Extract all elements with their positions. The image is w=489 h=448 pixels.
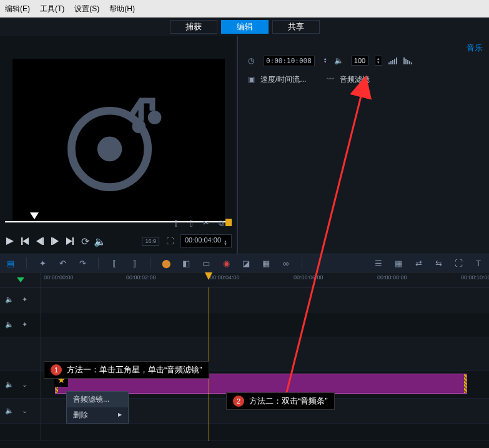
svg-point-1 [97, 137, 122, 162]
speaker-track-icon[interactable]: 🔈 [5, 321, 14, 329]
callout-text-1: 方法一：单击五角星，单击“音频滤镜” [67, 364, 202, 376]
ctx-audio-filter[interactable]: 音频滤镜... [67, 392, 128, 407]
ruler-tick: 00:00:08:00 [377, 274, 407, 281]
speaker-icon: 🔈 [333, 55, 345, 66]
share-icon[interactable]: ∞ [280, 257, 292, 269]
svg-marker-10 [52, 237, 59, 245]
music-link[interactable]: 音乐 [467, 42, 483, 54]
storyboard-view-icon[interactable]: ▤ [5, 257, 16, 269]
tab-share[interactable]: 共享 [272, 20, 320, 34]
ruler-tick: 00:00:06:00 [294, 274, 324, 281]
expand-track-icon[interactable]: ⌄ [20, 407, 29, 416]
go-start-button[interactable] [20, 236, 30, 246]
tab-edit[interactable]: 编辑 [221, 20, 269, 34]
svg-marker-7 [36, 237, 42, 245]
volume-button[interactable]: 🔈 [95, 236, 105, 246]
svg-rect-12 [72, 237, 74, 245]
callout-1: 1 方法一：单击五角星，单击“音频滤镜” [44, 361, 209, 379]
loop-button[interactable]: ⟳ [80, 236, 90, 246]
mark-in-icon[interactable]: ⟦ [170, 217, 182, 229]
link-icon[interactable]: ⧉ [215, 217, 227, 229]
ruler-body[interactable]: 00:00:00:00 00:00:02:00 00:00:04:00 00:0… [41, 272, 489, 287]
speed-icon: ▣ [245, 74, 257, 85]
record-icon[interactable]: ⬤ [161, 257, 172, 269]
timecode-display[interactable]: 00:00:04:00▲▼ [180, 234, 232, 248]
ctx-delete[interactable]: 删除▸ [67, 407, 128, 423]
expand-icon[interactable]: ⛶ [164, 236, 175, 247]
volume-field[interactable]: 100 [351, 56, 368, 66]
ruler-tick: 00:00:00:00 [44, 274, 74, 281]
svg-marker-11 [66, 237, 72, 245]
svg-rect-9 [51, 237, 52, 245]
menu-help[interactable]: 帮助(H) [109, 4, 135, 14]
callout-text-2: 方法二：双击“音频条” [249, 396, 328, 407]
fade-in-icon[interactable] [388, 57, 397, 64]
fx-track-icon[interactable]: ✦ [20, 296, 29, 304]
expand-track-icon[interactable]: ⌄ [20, 381, 29, 389]
track-overlay: 🔈✦ [0, 312, 489, 337]
fade-out-icon[interactable] [403, 57, 412, 64]
ruler-head[interactable] [0, 272, 41, 287]
scrub-handle[interactable] [30, 212, 39, 219]
step-fwd-button[interactable] [50, 236, 60, 246]
track-extra [0, 424, 489, 441]
fit-icon[interactable]: ⛶ [453, 257, 464, 269]
clock-icon: ◷ [245, 55, 257, 66]
speed-time-button[interactable]: ▣ 速度/时间流... [245, 74, 306, 85]
mode-row: 捕获 编辑 共享 [0, 17, 489, 36]
duration-field[interactable]: 0:00:10:008 [263, 56, 315, 66]
text-track-icon[interactable]: T [473, 257, 484, 269]
playback-controls: ⟳ 🔈 16:9 ⛶ 00:00:04:00▲▼ [5, 232, 232, 250]
go-end-button[interactable] [65, 236, 75, 246]
track-body[interactable] [41, 287, 489, 312]
mark-out-icon[interactable]: ⟧ [185, 217, 197, 229]
media-icon[interactable]: ◉ [220, 257, 232, 269]
svg-marker-4 [6, 237, 14, 245]
svg-rect-8 [42, 237, 44, 245]
ruler-tick: 00:00:10:00 [461, 274, 489, 281]
svg-rect-5 [21, 237, 22, 245]
svg-marker-6 [22, 237, 29, 245]
redo-icon[interactable]: ↷ [77, 257, 88, 269]
undo-icon[interactable]: ↶ [57, 257, 68, 269]
mode-tabs: 捕获 编辑 共享 [170, 20, 320, 34]
chapter-icon[interactable]: ◧ [180, 257, 192, 269]
fx-track-icon[interactable]: ✦ [20, 321, 29, 329]
callout-2: 2 方法二：双击“音频条” [226, 392, 335, 410]
play-button[interactable] [5, 236, 15, 246]
speaker-track-icon[interactable]: 🔈 [5, 407, 14, 416]
timeline-toolbar: ▤ ✦ ↶ ↷ ⟦ ⟧ ⬤ ◧ ▭ ◉ ◪ ▦ ∞ ☰ ▦ ⇄ ⇆ ⛶ T [0, 254, 489, 272]
marker-1-icon[interactable]: ⟦ [109, 257, 120, 269]
menu-edit[interactable]: 编辑(E) [5, 4, 30, 14]
marker-2-icon[interactable]: ⟧ [129, 257, 140, 269]
menu-tools[interactable]: 工具(T) [40, 4, 64, 14]
speaker-track-icon[interactable]: 🔈 [5, 381, 14, 389]
tab-capture[interactable]: 捕获 [170, 20, 217, 34]
filter-tb-icon[interactable]: ▦ [260, 257, 272, 269]
callout-badge-1: 1 [51, 364, 62, 376]
subtitle-icon[interactable]: ▭ [200, 257, 212, 269]
callout-badge-2: 2 [233, 396, 244, 407]
play-indicator-icon [17, 277, 24, 282]
context-menu: 音频滤镜... 删除▸ [66, 391, 129, 424]
menubar: 编辑(E) 工具(T) 设置(S) 帮助(H) [0, 0, 489, 17]
scroll-icon[interactable]: ⇆ [433, 257, 444, 269]
track-video: 🔈✦ [0, 287, 489, 312]
track-body[interactable] [41, 312, 489, 337]
ripple-icon[interactable]: ⇄ [413, 257, 424, 269]
aspect-badge[interactable]: 16:9 [142, 237, 159, 246]
track-body[interactable] [41, 424, 489, 441]
step-back-button[interactable] [35, 236, 45, 246]
ruler-tick: 00:00:02:00 [126, 274, 156, 281]
cut-icon[interactable]: ✂ [200, 217, 212, 229]
volume-spinner[interactable]: ▲▼ [375, 56, 382, 66]
track-manager-icon[interactable]: ☰ [373, 257, 384, 269]
grid-icon[interactable]: ▦ [393, 257, 404, 269]
audio-filter-button[interactable]: 〰 音频滤镜 [325, 74, 370, 85]
menu-settings[interactable]: 设置(S) [74, 4, 99, 14]
overlay-icon[interactable]: ◪ [240, 257, 252, 269]
preview-panel: ⟦ ⟧ ✂ ⧉ ⟳ 🔈 16:9 ⛶ 00:00:04:00▲▼ [0, 36, 237, 254]
timeline-ruler[interactable]: 00:00:00:00 00:00:02:00 00:00:04:00 00:0… [0, 272, 489, 287]
tools-icon[interactable]: ✦ [37, 257, 48, 269]
speaker-track-icon[interactable]: 🔈 [5, 296, 14, 304]
